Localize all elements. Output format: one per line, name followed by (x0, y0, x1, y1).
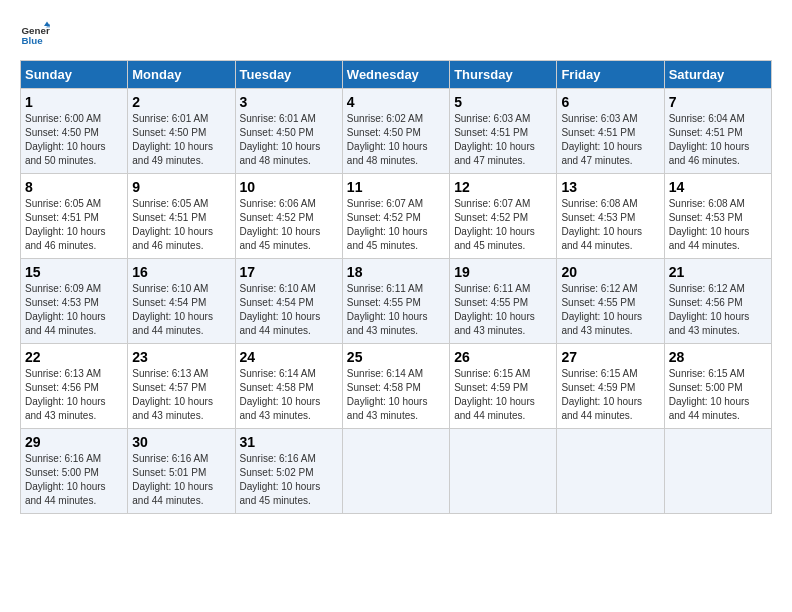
calendar-cell: 28 Sunrise: 6:15 AM Sunset: 5:00 PM Dayl… (664, 344, 771, 429)
calendar-cell: 21 Sunrise: 6:12 AM Sunset: 4:56 PM Dayl… (664, 259, 771, 344)
day-number: 7 (669, 94, 767, 110)
calendar-cell: 5 Sunrise: 6:03 AM Sunset: 4:51 PM Dayli… (450, 89, 557, 174)
day-info: Sunrise: 6:08 AM Sunset: 4:53 PM Dayligh… (561, 197, 659, 253)
day-number: 22 (25, 349, 123, 365)
day-number: 5 (454, 94, 552, 110)
page-header: General Blue (20, 20, 772, 50)
day-number: 28 (669, 349, 767, 365)
day-number: 16 (132, 264, 230, 280)
day-info: Sunrise: 6:06 AM Sunset: 4:52 PM Dayligh… (240, 197, 338, 253)
day-number: 25 (347, 349, 445, 365)
day-number: 24 (240, 349, 338, 365)
day-number: 15 (25, 264, 123, 280)
col-friday: Friday (557, 61, 664, 89)
day-number: 26 (454, 349, 552, 365)
col-wednesday: Wednesday (342, 61, 449, 89)
day-info: Sunrise: 6:12 AM Sunset: 4:56 PM Dayligh… (669, 282, 767, 338)
calendar-table: Sunday Monday Tuesday Wednesday Thursday… (20, 60, 772, 514)
day-info: Sunrise: 6:04 AM Sunset: 4:51 PM Dayligh… (669, 112, 767, 168)
calendar-cell: 31 Sunrise: 6:16 AM Sunset: 5:02 PM Dayl… (235, 429, 342, 514)
day-info: Sunrise: 6:02 AM Sunset: 4:50 PM Dayligh… (347, 112, 445, 168)
day-info: Sunrise: 6:11 AM Sunset: 4:55 PM Dayligh… (454, 282, 552, 338)
calendar-cell: 24 Sunrise: 6:14 AM Sunset: 4:58 PM Dayl… (235, 344, 342, 429)
calendar-cell: 17 Sunrise: 6:10 AM Sunset: 4:54 PM Dayl… (235, 259, 342, 344)
empty-cell (450, 429, 557, 514)
day-info: Sunrise: 6:11 AM Sunset: 4:55 PM Dayligh… (347, 282, 445, 338)
col-sunday: Sunday (21, 61, 128, 89)
day-number: 14 (669, 179, 767, 195)
svg-text:General: General (22, 25, 51, 36)
day-number: 19 (454, 264, 552, 280)
day-number: 1 (25, 94, 123, 110)
empty-cell (557, 429, 664, 514)
day-number: 23 (132, 349, 230, 365)
day-info: Sunrise: 6:03 AM Sunset: 4:51 PM Dayligh… (454, 112, 552, 168)
col-tuesday: Tuesday (235, 61, 342, 89)
day-info: Sunrise: 6:01 AM Sunset: 4:50 PM Dayligh… (240, 112, 338, 168)
day-number: 29 (25, 434, 123, 450)
header-row: Sunday Monday Tuesday Wednesday Thursday… (21, 61, 772, 89)
day-info: Sunrise: 6:15 AM Sunset: 5:00 PM Dayligh… (669, 367, 767, 423)
day-info: Sunrise: 6:05 AM Sunset: 4:51 PM Dayligh… (25, 197, 123, 253)
calendar-cell: 7 Sunrise: 6:04 AM Sunset: 4:51 PM Dayli… (664, 89, 771, 174)
day-number: 2 (132, 94, 230, 110)
day-number: 11 (347, 179, 445, 195)
calendar-cell: 20 Sunrise: 6:12 AM Sunset: 4:55 PM Dayl… (557, 259, 664, 344)
day-number: 12 (454, 179, 552, 195)
calendar-cell: 11 Sunrise: 6:07 AM Sunset: 4:52 PM Dayl… (342, 174, 449, 259)
day-number: 4 (347, 94, 445, 110)
empty-cell (664, 429, 771, 514)
day-number: 3 (240, 94, 338, 110)
day-number: 17 (240, 264, 338, 280)
col-thursday: Thursday (450, 61, 557, 89)
calendar-cell: 22 Sunrise: 6:13 AM Sunset: 4:56 PM Dayl… (21, 344, 128, 429)
day-info: Sunrise: 6:03 AM Sunset: 4:51 PM Dayligh… (561, 112, 659, 168)
calendar-body: 1 Sunrise: 6:00 AM Sunset: 4:50 PM Dayli… (21, 89, 772, 514)
calendar-cell: 15 Sunrise: 6:09 AM Sunset: 4:53 PM Dayl… (21, 259, 128, 344)
day-info: Sunrise: 6:05 AM Sunset: 4:51 PM Dayligh… (132, 197, 230, 253)
calendar-cell: 1 Sunrise: 6:00 AM Sunset: 4:50 PM Dayli… (21, 89, 128, 174)
calendar-cell: 13 Sunrise: 6:08 AM Sunset: 4:53 PM Dayl… (557, 174, 664, 259)
calendar-cell: 12 Sunrise: 6:07 AM Sunset: 4:52 PM Dayl… (450, 174, 557, 259)
day-number: 8 (25, 179, 123, 195)
day-number: 21 (669, 264, 767, 280)
calendar-cell: 30 Sunrise: 6:16 AM Sunset: 5:01 PM Dayl… (128, 429, 235, 514)
day-info: Sunrise: 6:16 AM Sunset: 5:00 PM Dayligh… (25, 452, 123, 508)
day-number: 18 (347, 264, 445, 280)
day-number: 10 (240, 179, 338, 195)
calendar-cell: 2 Sunrise: 6:01 AM Sunset: 4:50 PM Dayli… (128, 89, 235, 174)
calendar-row: 1 Sunrise: 6:00 AM Sunset: 4:50 PM Dayli… (21, 89, 772, 174)
col-monday: Monday (128, 61, 235, 89)
calendar-cell: 10 Sunrise: 6:06 AM Sunset: 4:52 PM Dayl… (235, 174, 342, 259)
calendar-cell: 27 Sunrise: 6:15 AM Sunset: 4:59 PM Dayl… (557, 344, 664, 429)
day-info: Sunrise: 6:00 AM Sunset: 4:50 PM Dayligh… (25, 112, 123, 168)
day-info: Sunrise: 6:08 AM Sunset: 4:53 PM Dayligh… (669, 197, 767, 253)
logo-icon: General Blue (20, 20, 50, 50)
day-info: Sunrise: 6:16 AM Sunset: 5:02 PM Dayligh… (240, 452, 338, 508)
empty-cell (342, 429, 449, 514)
calendar-cell: 8 Sunrise: 6:05 AM Sunset: 4:51 PM Dayli… (21, 174, 128, 259)
day-number: 6 (561, 94, 659, 110)
day-info: Sunrise: 6:13 AM Sunset: 4:57 PM Dayligh… (132, 367, 230, 423)
calendar-cell: 3 Sunrise: 6:01 AM Sunset: 4:50 PM Dayli… (235, 89, 342, 174)
svg-text:Blue: Blue (22, 35, 44, 46)
day-info: Sunrise: 6:15 AM Sunset: 4:59 PM Dayligh… (561, 367, 659, 423)
day-info: Sunrise: 6:13 AM Sunset: 4:56 PM Dayligh… (25, 367, 123, 423)
calendar-cell: 14 Sunrise: 6:08 AM Sunset: 4:53 PM Dayl… (664, 174, 771, 259)
calendar-cell: 18 Sunrise: 6:11 AM Sunset: 4:55 PM Dayl… (342, 259, 449, 344)
calendar-cell: 25 Sunrise: 6:14 AM Sunset: 4:58 PM Dayl… (342, 344, 449, 429)
day-info: Sunrise: 6:14 AM Sunset: 4:58 PM Dayligh… (240, 367, 338, 423)
calendar-cell: 23 Sunrise: 6:13 AM Sunset: 4:57 PM Dayl… (128, 344, 235, 429)
calendar-cell: 9 Sunrise: 6:05 AM Sunset: 4:51 PM Dayli… (128, 174, 235, 259)
calendar-row: 22 Sunrise: 6:13 AM Sunset: 4:56 PM Dayl… (21, 344, 772, 429)
calendar-row: 15 Sunrise: 6:09 AM Sunset: 4:53 PM Dayl… (21, 259, 772, 344)
calendar-cell: 4 Sunrise: 6:02 AM Sunset: 4:50 PM Dayli… (342, 89, 449, 174)
calendar-cell: 6 Sunrise: 6:03 AM Sunset: 4:51 PM Dayli… (557, 89, 664, 174)
day-number: 27 (561, 349, 659, 365)
day-number: 20 (561, 264, 659, 280)
day-info: Sunrise: 6:16 AM Sunset: 5:01 PM Dayligh… (132, 452, 230, 508)
day-number: 9 (132, 179, 230, 195)
day-number: 13 (561, 179, 659, 195)
day-info: Sunrise: 6:12 AM Sunset: 4:55 PM Dayligh… (561, 282, 659, 338)
day-number: 30 (132, 434, 230, 450)
